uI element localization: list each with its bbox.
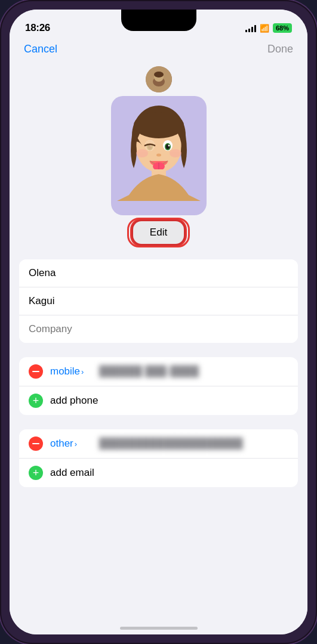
phone-frame: 18:26 📶 68% Cancel Done (0, 0, 317, 644)
contact-photo-image (146, 66, 172, 92)
edit-button[interactable]: Edit (133, 221, 184, 244)
company-input[interactable] (29, 323, 288, 335)
svg-point-19 (170, 149, 181, 157)
status-icons: 📶 68% (245, 23, 292, 33)
form-area[interactable]: mobile › ██████ ███-████ add phone other (10, 259, 307, 618)
svg-point-14 (168, 145, 170, 147)
home-bar (120, 627, 198, 630)
name-section (19, 259, 298, 343)
signal-bar-1 (245, 30, 247, 32)
email-label-chevron: › (75, 439, 77, 448)
add-email-row[interactable]: add email (19, 459, 298, 487)
svg-point-3 (154, 72, 164, 78)
signal-bar-2 (248, 29, 250, 32)
add-phone-button[interactable] (29, 394, 43, 408)
phone-label[interactable]: mobile › (50, 366, 92, 377)
done-button: Done (267, 43, 293, 55)
battery-indicator: 68% (273, 23, 292, 33)
email-value[interactable]: ████████████████████ (99, 438, 288, 450)
phone-value[interactable]: ██████ ███-████ (99, 366, 288, 377)
email-section: other › ████████████████████ add email (19, 429, 298, 487)
add-phone-row[interactable]: add phone (19, 386, 298, 415)
memoji-image (117, 106, 201, 201)
status-time: 18:26 (25, 22, 50, 34)
first-name-field[interactable] (19, 259, 298, 287)
edit-button-wrapper: Edit (133, 221, 184, 244)
phone-label-chevron: › (81, 367, 84, 376)
notch (121, 10, 196, 31)
email-label[interactable]: other › (50, 438, 92, 450)
contact-thumbnail[interactable] (146, 66, 172, 92)
phone-section: mobile › ██████ ███-████ add phone (19, 357, 298, 415)
wifi-icon: 📶 (260, 24, 269, 33)
remove-phone-button[interactable] (29, 364, 43, 379)
first-name-input[interactable] (29, 267, 288, 279)
avatar-area: Edit (10, 63, 307, 259)
spacer-2 (10, 420, 307, 425)
add-email-label: add email (50, 467, 94, 479)
svg-point-16 (156, 154, 161, 157)
add-email-button[interactable] (29, 466, 43, 480)
svg-point-6 (134, 112, 184, 138)
signal-bar-3 (251, 27, 253, 32)
email-row[interactable]: other › ████████████████████ (19, 429, 298, 459)
signal-bar-4 (254, 25, 256, 32)
company-field[interactable] (19, 315, 298, 343)
contact-card[interactable] (111, 96, 207, 215)
signal-icon (245, 24, 256, 32)
home-indicator (10, 618, 307, 634)
phone-screen: 18:26 📶 68% Cancel Done (10, 10, 307, 634)
last-name-field[interactable] (19, 287, 298, 315)
bottom-padding (10, 492, 307, 504)
remove-email-button[interactable] (29, 436, 43, 451)
add-phone-label: add phone (50, 395, 98, 407)
svg-point-18 (136, 149, 148, 157)
phone-row[interactable]: mobile › ██████ ███-████ (19, 357, 298, 386)
last-name-input[interactable] (29, 295, 288, 307)
spacer-1 (10, 348, 307, 352)
nav-bar: Cancel Done (10, 38, 307, 63)
cancel-button[interactable]: Cancel (24, 43, 57, 55)
